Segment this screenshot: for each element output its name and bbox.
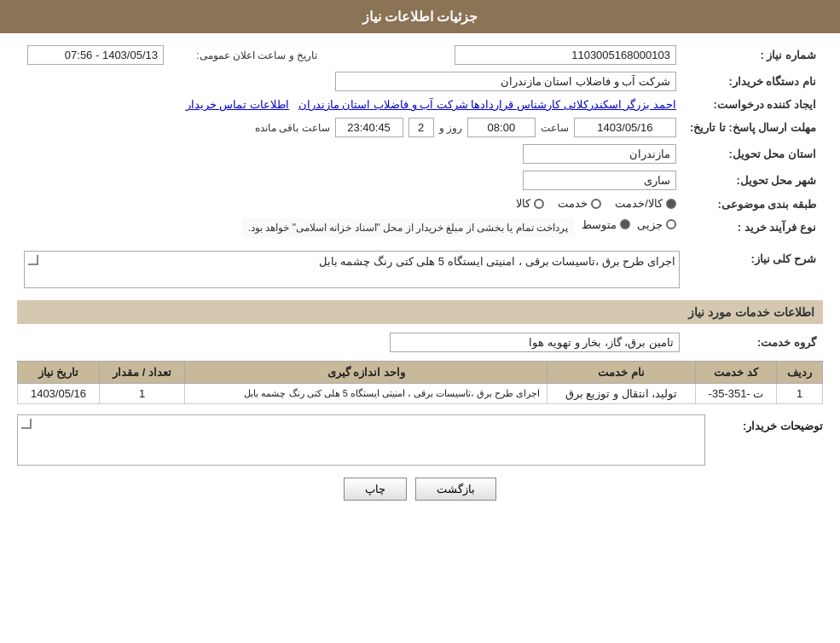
deadline-days: 2 [408, 118, 434, 137]
main-content: شماره نیاز : 1103005168000103 تاریخ و سا… [0, 33, 840, 518]
need-description-text: اجرای طرح برق ،تاسیسات برقی ، امنیتی ایس… [319, 255, 675, 268]
radio-kala-khadamat-dot [666, 199, 676, 209]
service-group-label: گروه خدمت: [686, 329, 823, 356]
process-row: نوع فرآیند خرید : جزیی متوسط پرداخت تمام… [17, 215, 823, 240]
cell-count: 1 [99, 383, 184, 403]
buyer-description-label: توضیحات خریدار: [712, 414, 823, 432]
requester-label: ایجاد کننده درخواست: [683, 95, 823, 114]
services-table-head: ردیف کد خدمت نام خدمت واحد اندازه گیری ت… [18, 361, 823, 383]
back-button[interactable]: بازگشت [415, 478, 496, 501]
col-count: تعداد / مقدار [99, 361, 184, 383]
radio-kala-dot [534, 199, 544, 209]
cell-code: ت -351-35- [695, 383, 777, 403]
deadline-remaining: 23:40:45 [335, 118, 403, 137]
radio-jozvi-dot [666, 219, 676, 229]
cell-unit: اجرای طرح برق ،تاسیسات برقی ، امنیتی ایس… [185, 383, 547, 403]
city-value: ساری [17, 167, 683, 194]
announce-label: تاریخ و ساعت اعلان عمومی: [196, 49, 317, 61]
category-radios: کالا/خدمت خدمت کالا [17, 194, 683, 215]
col-date: تاریخ نیاز [18, 361, 100, 383]
radio-khadamat-dot [591, 199, 601, 209]
page-title: جزئیات اطلاعات نیاز [362, 9, 478, 24]
radio-kala-khadamat[interactable]: کالا/خدمت [615, 197, 676, 210]
radio-kala-khadamat-label: کالا/خدمت [615, 197, 663, 210]
services-table-body: 1ت -351-35-تولید، انتقال و توزیع برقاجرا… [18, 383, 823, 403]
need-description-label: شرح کلی نیاز: [686, 247, 823, 292]
deadline-days-label: روز و [439, 122, 462, 134]
buyer-org-value: شرکت آب و فاضلاب استان مازندران [17, 68, 683, 95]
main-info-table: شماره نیاز : 1103005168000103 تاریخ و سا… [17, 42, 823, 240]
col-code: کد خدمت [695, 361, 777, 383]
category-label: طبقه بندی موضوعی: [683, 194, 823, 215]
deadline-row: مهلت ارسال پاسخ: تا تاریخ: 1403/05/16 سا… [17, 114, 823, 141]
services-header-row: ردیف کد خدمت نام خدمت واحد اندازه گیری ت… [18, 361, 823, 383]
buyer-description-section: توضیحات خریدار: [17, 414, 823, 466]
buyer-description-value [17, 414, 705, 466]
deadline-remaining-label: ساعت باقی مانده [255, 122, 330, 134]
col-unit: واحد اندازه گیری [185, 361, 547, 383]
cell-row: 1 [777, 383, 823, 403]
radio-khadamat-label: خدمت [558, 197, 588, 210]
resize-icon [28, 255, 38, 265]
province-row: استان محل تحویل: مازندران [17, 141, 823, 167]
process-text: پرداخت تمام یا بخشی از مبلغ خریدار از مح… [241, 218, 575, 237]
buyer-resize-icon [21, 419, 32, 429]
need-number-row: شماره نیاز : 1103005168000103 تاریخ و سا… [17, 42, 823, 68]
radio-mottaset-label: متوسط [582, 218, 617, 231]
process-label: نوع فرآیند خرید : [683, 215, 823, 240]
province-label: استان محل تحویل: [683, 141, 823, 167]
buyer-org-label: نام دستگاه خریدار: [683, 68, 823, 95]
need-description-row: شرح کلی نیاز: اجرای طرح برق ،تاسیسات برق… [17, 247, 823, 292]
service-group-value: تامین برق، گاز، بخار و تهویه هوا [17, 329, 686, 356]
print-button[interactable]: چاپ [344, 478, 407, 501]
services-section-title: اطلاعات خدمات مورد نیاز [17, 300, 823, 324]
radio-kala[interactable]: کالا [516, 197, 544, 210]
page-header: جزئیات اطلاعات نیاز [0, 0, 840, 33]
need-description-table: شرح کلی نیاز: اجرای طرح برق ،تاسیسات برق… [17, 247, 823, 292]
need-number-label: شماره نیاز : [683, 42, 823, 68]
requester-row: ایجاد کننده درخواست: احمد بزرگر اسکندرکل… [17, 95, 823, 114]
contact-link[interactable]: اطلاعات تماس خریدار [186, 98, 289, 111]
city-label: شهر محل تحویل: [683, 167, 823, 194]
radio-jozvi-label: جزیی [637, 218, 663, 231]
requester-value: احمد بزرگر اسکندرکلائی کارشناس قراردادها… [17, 95, 683, 114]
city-field: ساری [523, 171, 676, 190]
page-wrapper: جزئیات اطلاعات نیاز شماره نیاز : 1103005… [0, 0, 840, 643]
deadline-label: مهلت ارسال پاسخ: تا تاریخ: [683, 114, 823, 141]
deadline-value: 1403/05/16 ساعت 08:00 روز و 2 23:40:45 س… [17, 114, 683, 141]
deadline-date: 1403/05/16 [574, 118, 676, 137]
province-field: مازندران [523, 144, 676, 164]
radio-jozvi[interactable]: جزیی [637, 218, 676, 231]
cell-date: 1403/05/16 [18, 383, 100, 403]
deadline-time-label: ساعت [541, 122, 569, 134]
radio-khadamat[interactable]: خدمت [558, 197, 601, 210]
buyer-org-row: نام دستگاه خریدار: شرکت آب و فاضلاب استا… [17, 68, 823, 95]
service-group-table: گروه خدمت: تامین برق، گاز، بخار و تهویه … [17, 329, 823, 356]
announce-value: 1403/05/13 - 07:56 [27, 45, 164, 65]
need-number-value: 1103005168000103 [324, 42, 683, 68]
cell-name: تولید، انتقال و توزیع برق [547, 383, 695, 403]
category-row: طبقه بندی موضوعی: کالا/خدمت خدمت [17, 194, 823, 215]
radio-mottaset[interactable]: متوسط [582, 218, 630, 231]
deadline-time: 08:00 [467, 118, 536, 137]
province-value: مازندران [17, 141, 683, 167]
radio-mottaset-dot [620, 219, 630, 229]
process-value: جزیی متوسط پرداخت تمام یا بخشی از مبلغ خ… [17, 215, 683, 240]
col-row: ردیف [777, 361, 823, 383]
buyer-description-field [17, 414, 705, 466]
radio-kala-label: کالا [516, 197, 530, 210]
need-description-field: اجرای طرح برق ،تاسیسات برقی ، امنیتی ایس… [24, 251, 680, 288]
services-table: ردیف کد خدمت نام خدمت واحد اندازه گیری ت… [17, 361, 823, 404]
city-row: شهر محل تحویل: ساری [17, 167, 823, 194]
need-number-field: 1103005168000103 [455, 45, 676, 65]
buyer-org-field: شرکت آب و فاضلاب استان مازندران [335, 72, 676, 91]
table-row: 1ت -351-35-تولید، انتقال و توزیع برقاجرا… [18, 383, 823, 403]
requester-field: احمد بزرگر اسکندرکلائی کارشناس قراردادها… [298, 98, 676, 111]
need-description-value: اجرای طرح برق ،تاسیسات برقی ، امنیتی ایس… [17, 247, 686, 292]
footer-buttons: بازگشت چاپ [17, 466, 823, 509]
service-group-field: تامین برق، گاز، بخار و تهویه هوا [390, 333, 680, 352]
col-name: نام خدمت [547, 361, 695, 383]
service-group-row: گروه خدمت: تامین برق، گاز، بخار و تهویه … [17, 329, 823, 356]
